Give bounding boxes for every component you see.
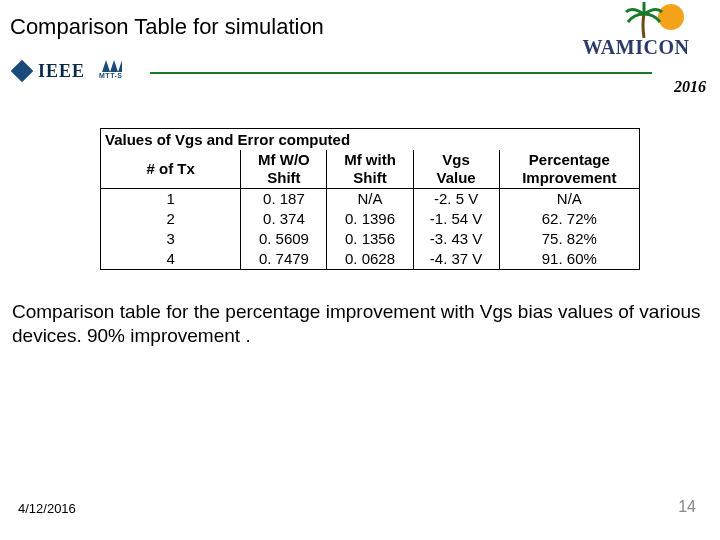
cell-tx: 3 <box>101 229 241 249</box>
ieee-diamond-icon <box>11 60 34 83</box>
table-caption: Values of Vgs and Error computed <box>101 129 639 150</box>
cell-tx: 4 <box>101 249 241 269</box>
cell-vgs: -4. 37 V <box>413 249 499 269</box>
cell-vgs: -3. 43 V <box>413 229 499 249</box>
slide: Comparison Table for simulation WAMICON … <box>0 0 720 540</box>
ieee-logo-text: IEEE <box>38 61 85 82</box>
cell-tx: 2 <box>101 209 241 229</box>
footer-page-number: 14 <box>678 498 696 516</box>
cell-pct: N/A <box>499 189 639 210</box>
col-header-text: Vgs <box>442 151 470 168</box>
col-header-text: Improvement <box>522 169 616 186</box>
table-row: 4 0. 7479 0. 0628 -4. 37 V 91. 60% <box>101 249 639 269</box>
mtts-logo: MTT-S <box>99 60 125 82</box>
cell-mf-with: 0. 1396 <box>327 209 413 229</box>
page-title: Comparison Table for simulation <box>10 14 324 40</box>
palm-sun-graphic <box>566 2 706 38</box>
cell-pct: 91. 60% <box>499 249 639 269</box>
cell-tx: 1 <box>101 189 241 210</box>
cell-vgs: -1. 54 V <box>413 209 499 229</box>
col-header-text: Mf with <box>344 151 396 168</box>
cell-vgs: -2. 5 V <box>413 189 499 210</box>
palm-tree-icon <box>624 0 664 40</box>
comparison-table: Values of Vgs and Error computed # of Tx… <box>100 128 640 270</box>
col-header-vgs: Vgs Value <box>413 150 499 189</box>
table-row: 2 0. 374 0. 1396 -1. 54 V 62. 72% <box>101 209 639 229</box>
cell-pct: 62. 72% <box>499 209 639 229</box>
cell-mf-wo: 0. 187 <box>241 189 327 210</box>
cell-mf-with: N/A <box>327 189 413 210</box>
cell-pct: 75. 82% <box>499 229 639 249</box>
mtts-wave-icon <box>102 60 122 72</box>
cell-mf-with: 0. 0628 <box>327 249 413 269</box>
year-label: 2016 <box>674 78 706 96</box>
col-header-mf-wo: Mf W/O Shift <box>241 150 327 189</box>
mtts-label: MTT-S <box>99 72 123 79</box>
table-row: 1 0. 187 N/A -2. 5 V N/A <box>101 189 639 210</box>
data-table: # of Tx Mf W/O Shift Mf with Shift Vgs V… <box>101 150 639 269</box>
wamicon-logo: WAMICON <box>566 2 706 64</box>
cell-mf-wo: 0. 5609 <box>241 229 327 249</box>
table-row: 3 0. 5609 0. 1356 -3. 43 V 75. 82% <box>101 229 639 249</box>
cell-mf-wo: 0. 374 <box>241 209 327 229</box>
left-logos: IEEE MTT-S <box>14 60 125 82</box>
col-header-tx: # of Tx <box>101 150 241 189</box>
col-header-text: Percentage <box>529 151 610 168</box>
cell-mf-with: 0. 1356 <box>327 229 413 249</box>
footer-date: 4/12/2016 <box>18 501 76 516</box>
col-header-text: Value <box>436 169 475 186</box>
col-header-text: Shift <box>353 169 386 186</box>
divider-line <box>150 72 652 74</box>
cell-mf-wo: 0. 7479 <box>241 249 327 269</box>
col-header-text: Mf W/O <box>258 151 310 168</box>
col-header-text: Shift <box>267 169 300 186</box>
table-header-row: # of Tx Mf W/O Shift Mf with Shift Vgs V… <box>101 150 639 189</box>
col-header-mf-with: Mf with Shift <box>327 150 413 189</box>
body-paragraph: Comparison table for the percentage impr… <box>12 300 702 348</box>
col-header-pct: Percentage Improvement <box>499 150 639 189</box>
